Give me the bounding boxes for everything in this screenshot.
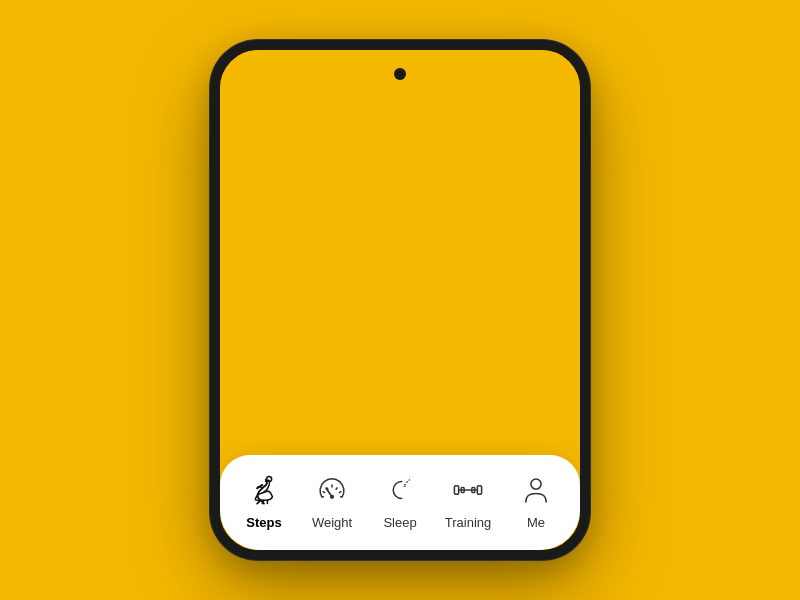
me-label: Me bbox=[527, 515, 545, 530]
nav-item-weight[interactable]: Weight bbox=[298, 471, 366, 530]
svg-point-1 bbox=[330, 495, 334, 499]
svg-point-17 bbox=[531, 479, 541, 489]
camera-dot bbox=[394, 68, 406, 80]
nav-item-steps[interactable]: Steps bbox=[230, 471, 298, 530]
phone-frame: Steps bbox=[210, 40, 590, 560]
sleep-icon: z z z bbox=[381, 471, 419, 509]
me-icon bbox=[517, 471, 555, 509]
svg-text:z: z bbox=[409, 478, 411, 482]
nav-item-training[interactable]: Training bbox=[434, 471, 502, 530]
steps-icon bbox=[245, 471, 283, 509]
phone-wrapper: Steps bbox=[210, 40, 590, 560]
weight-label: Weight bbox=[312, 515, 352, 530]
nav-item-sleep[interactable]: z z z Sleep bbox=[366, 471, 434, 530]
bottom-nav: Steps bbox=[220, 455, 580, 550]
sleep-label: Sleep bbox=[383, 515, 416, 530]
nav-item-me[interactable]: Me bbox=[502, 471, 570, 530]
steps-label: Steps bbox=[246, 515, 281, 530]
training-icon bbox=[449, 471, 487, 509]
training-label: Training bbox=[445, 515, 491, 530]
phone-inner: Steps bbox=[220, 50, 580, 550]
svg-line-4 bbox=[327, 488, 328, 489]
svg-line-6 bbox=[336, 488, 337, 489]
svg-line-3 bbox=[323, 492, 325, 493]
svg-line-7 bbox=[339, 492, 341, 493]
weight-icon bbox=[313, 471, 351, 509]
